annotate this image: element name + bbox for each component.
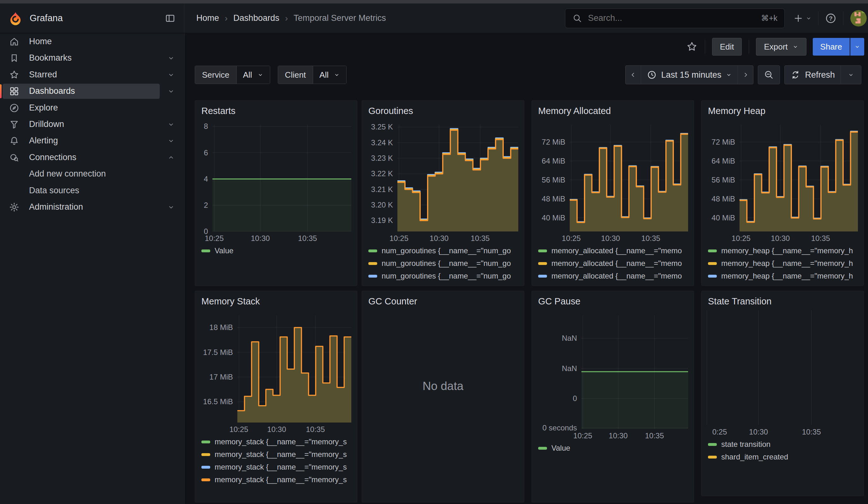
legend-item[interactable]: state transition — [708, 439, 859, 450]
breadcrumb-home[interactable]: Home — [196, 13, 219, 23]
legend-item[interactable]: memory_stack {__name__="memory_s — [202, 436, 353, 447]
chevron-down-icon[interactable] — [167, 137, 175, 145]
sidebar-item-explore[interactable]: Explore — [0, 101, 184, 116]
legend-series-marker — [202, 453, 210, 456]
favorite-dashboard-button[interactable] — [686, 41, 698, 53]
share-button[interactable]: Share — [813, 38, 850, 55]
variable-service-select[interactable]: All — [236, 66, 270, 84]
legend-series-marker — [708, 443, 717, 446]
chart-plot-area[interactable] — [705, 310, 860, 425]
chart-plot-area[interactable] — [237, 315, 351, 422]
legend-item[interactable]: memory_heap {__name__="memory_h — [708, 258, 859, 269]
refresh-interval-button[interactable] — [840, 66, 861, 84]
legend-series-marker — [368, 275, 377, 278]
legend-item[interactable]: memory_allocated {__name__="memo — [538, 245, 689, 256]
y-axis-label: 40 MiB — [532, 213, 565, 223]
panel-memory-allocated: Memory Allocated72 MiB64 MiB56 MiB48 MiB… — [531, 101, 694, 286]
legend-item[interactable]: shard_item_created — [708, 452, 859, 462]
apps-icon — [9, 86, 20, 96]
sidebar-item-home[interactable]: Home — [0, 34, 184, 49]
chevron-down-icon[interactable] — [167, 71, 175, 79]
legend-item[interactable]: memory_heap {__name__="memory_h — [708, 271, 859, 281]
nav-brand-area: Grafana — [0, 3, 184, 33]
legend-item[interactable]: Value — [538, 443, 689, 453]
edit-button[interactable]: Edit — [712, 38, 742, 55]
sidebar-item-bookmarks[interactable]: Bookmarks — [0, 51, 184, 66]
legend-item[interactable]: memory_stack {__name__="memory_s — [202, 449, 353, 460]
dashboard-controls: Service All Client All — [184, 60, 868, 95]
help-button[interactable]: ? — [825, 12, 837, 24]
sidebar-item-label: Dashboards — [29, 86, 75, 96]
chart-plot-area[interactable] — [740, 125, 858, 232]
y-axis-label: 3.24 K — [362, 138, 393, 147]
search-icon — [572, 13, 582, 23]
time-range-picker[interactable]: Last 15 minutes — [641, 66, 738, 84]
sidebar-subitem-add-new-connection[interactable]: Add new connection — [0, 166, 184, 182]
chevron-up-icon[interactable] — [167, 154, 175, 161]
legend-item[interactable]: memory_heap {__name__="memory_h — [708, 283, 859, 286]
search-input[interactable] — [587, 13, 761, 23]
nav-divider — [818, 11, 818, 25]
time-shift-forward-button[interactable] — [738, 66, 753, 84]
legend-item[interactable]: Value — [202, 245, 353, 256]
sidebar: HomeBookmarksStarredDashboardsExploreDri… — [0, 33, 185, 504]
legend-item[interactable]: num_goroutines {__name__="num_go — [368, 283, 519, 286]
refresh-button-label: Refresh — [805, 70, 835, 80]
refresh-button[interactable]: Refresh — [785, 66, 840, 84]
panel-title: Memory Heap — [708, 106, 765, 116]
sidebar-item-drilldown[interactable]: Drilldown — [0, 117, 184, 132]
share-options-button[interactable] — [850, 38, 864, 55]
y-axis-label: 48 MiB — [702, 194, 735, 204]
sidebar-item-starred[interactable]: Starred — [0, 67, 184, 82]
legend-series-label: num_goroutines {__name__="num_go — [382, 246, 511, 255]
add-new-button[interactable] — [793, 13, 812, 24]
chevron-down-icon[interactable] — [167, 54, 175, 62]
y-axis-label: 56 MiB — [532, 175, 565, 185]
y-axis-label: 3.20 K — [362, 200, 393, 210]
legend-item[interactable]: memory_allocated {__name__="memo — [538, 258, 689, 269]
legend-item[interactable]: memory_allocated {__name__="memo — [538, 271, 689, 281]
sidebar-item-label: Explore — [29, 103, 58, 113]
chevron-down-icon[interactable] — [167, 203, 175, 211]
breadcrumb-dashboards[interactable]: Dashboards — [233, 13, 279, 23]
legend-item[interactable]: memory_allocated {__name__="memo — [538, 283, 689, 286]
time-shift-back-button[interactable] — [626, 66, 641, 84]
chart-plot-area[interactable] — [581, 315, 688, 429]
search-input-box[interactable]: ⌘+k — [565, 9, 785, 28]
x-axis-label: 10:35 — [290, 234, 325, 243]
chart-plot-area[interactable] — [397, 125, 518, 232]
mega-menu-toggle-button[interactable] — [164, 13, 176, 24]
zoom-out-button[interactable] — [758, 66, 779, 84]
clock-icon — [647, 70, 657, 80]
chevron-down-icon[interactable] — [167, 121, 175, 128]
legend-item[interactable]: memory_stack {__name__="memory_s — [202, 462, 353, 472]
sidebar-item-alerting[interactable]: Alerting — [0, 133, 184, 148]
legend-item[interactable]: memory_heap {__name__="memory_h — [708, 245, 859, 256]
variable-client-select[interactable]: All — [313, 66, 346, 84]
user-avatar[interactable] — [850, 10, 867, 27]
panel-memory-heap: Memory Heap72 MiB64 MiB56 MiB48 MiB40 Mi… — [701, 101, 864, 286]
y-axis-label: 56 MiB — [702, 175, 735, 185]
sidebar-item-connections[interactable]: Connections — [0, 150, 184, 165]
actions-divider — [749, 40, 749, 54]
bell-icon — [9, 135, 20, 146]
sidebar-item-label: Drilldown — [29, 119, 64, 129]
legend-series-marker — [538, 275, 547, 278]
chart-plot-area[interactable] — [570, 125, 688, 232]
legend-series-marker — [202, 466, 210, 469]
chevron-down-icon[interactable] — [167, 88, 175, 95]
sidebar-item-dashboards[interactable]: Dashboards — [0, 84, 184, 99]
sidebar-subitem-data-sources[interactable]: Data sources — [0, 183, 184, 198]
sidebar-item-administration[interactable]: Administration — [0, 199, 184, 215]
zoom-out-icon — [764, 70, 774, 80]
panel-memory-stack: Memory Stack18 MiB17.5 MiB17 MiB16.5 MiB… — [195, 291, 357, 502]
export-button[interactable]: Export — [756, 38, 806, 55]
chevron-down-icon — [257, 72, 264, 78]
legend-item[interactable]: num_goroutines {__name__="num_go — [368, 258, 519, 269]
legend-item[interactable]: memory_stack {__name__="memory_s — [202, 474, 353, 485]
legend-item[interactable]: num_goroutines {__name__="num_go — [368, 271, 519, 281]
legend-item[interactable]: num_goroutines {__name__="num_go — [368, 245, 519, 256]
legend-series-label: memory_stack {__name__="memory_s — [215, 450, 347, 459]
chart-plot-area[interactable] — [213, 125, 351, 232]
legend-series-label: memory_stack {__name__="memory_s — [215, 438, 347, 446]
